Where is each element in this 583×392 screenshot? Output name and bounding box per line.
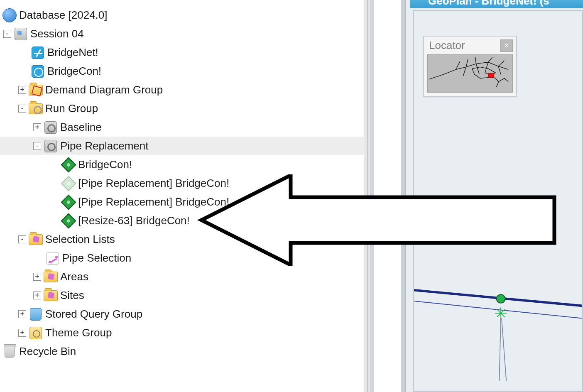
sim-icon (61, 158, 76, 172)
geoplan-title: GeoPlan - BridgeNet! (s (428, 0, 549, 7)
network-icon (31, 46, 45, 60)
tree-item-resize-63[interactable]: [Resize-63] BridgeCon! (0, 211, 367, 230)
folder-icon (29, 233, 43, 247)
sim-icon (61, 214, 76, 228)
expand-toggle[interactable]: + (18, 329, 26, 337)
geoplan-viewport[interactable]: Locator × (413, 10, 583, 392)
database-icon (2, 8, 17, 22)
folder-icon (29, 102, 43, 116)
tree-label: Demand Diagram Group (45, 83, 163, 96)
tree-item-stored-query-group[interactable]: + Stored Query Group (0, 305, 367, 323)
tree-scrollbar[interactable] (364, 0, 367, 392)
geoplan-network-canvas (414, 11, 582, 391)
tree-label: Areas (60, 270, 88, 283)
tree-item-pr-bridgecon-pr1[interactable]: [Pipe Replacement] BridgeCon! (0, 174, 367, 193)
tree-label: Run Group (45, 102, 98, 115)
tree-root: Database [2024.0] - Session 04 BridgeNet… (0, 0, 367, 361)
svg-point-3 (497, 294, 505, 303)
tree-item-theme-group[interactable]: + Theme Group (0, 323, 367, 342)
tree-label: [Resize-63] BridgeCon! (78, 214, 190, 227)
collapse-toggle[interactable]: - (3, 30, 11, 38)
tree-item-selection-lists[interactable]: - Selection Lists (0, 230, 367, 249)
collapse-toggle[interactable]: - (18, 235, 26, 243)
folder-icon (44, 289, 58, 303)
tree-item-pr-bridgecon-pr2[interactable]: [Pipe Replacement] BridgeCon! (0, 193, 367, 211)
clock-icon (31, 64, 45, 78)
sim-icon (61, 195, 76, 209)
tree-label: Database [2024.0] (19, 9, 108, 22)
expand-toggle[interactable]: + (33, 273, 41, 281)
tree-item-pr-bridgecon[interactable]: BridgeCon! (0, 155, 367, 174)
tree-label: BridgeCon! (47, 65, 101, 78)
tree-label: BridgeCon! (78, 158, 132, 171)
panel-splitter[interactable] (367, 0, 406, 392)
tree-label: Session 04 (30, 27, 84, 40)
tree-label: Sites (60, 289, 84, 302)
theme-icon (29, 326, 43, 340)
expand-toggle[interactable]: + (33, 292, 41, 299)
expand-toggle[interactable]: + (18, 310, 26, 318)
geoplan-panel: GeoPlan - BridgeNet! (s Locator × (406, 0, 583, 392)
tree-item-database[interactable]: Database [2024.0] (0, 6, 367, 24)
tree-item-session[interactable]: - Session 04 (0, 24, 367, 43)
tree-label: Theme Group (45, 326, 112, 339)
tree-label: Pipe Selection (62, 252, 131, 265)
stored-query-icon (29, 307, 43, 321)
tree-item-bridgecon[interactable]: BridgeCon! (0, 62, 367, 81)
folder-icon (29, 83, 43, 97)
tree-item-baseline[interactable]: + Baseline (0, 118, 367, 137)
tree-label: BridgeNet! (47, 46, 98, 59)
session-icon (14, 27, 28, 41)
collapse-toggle[interactable]: - (33, 142, 41, 150)
tree-item-bridgenet[interactable]: BridgeNet! (0, 43, 367, 62)
tree-item-pipe-selection[interactable]: Pipe Selection (0, 249, 367, 267)
sim-ghost-icon (61, 176, 76, 191)
geoplan-titlebar: GeoPlan - BridgeNet! (s (410, 0, 583, 8)
tree-label: Pipe Replacement (60, 140, 148, 152)
expand-toggle[interactable]: + (18, 86, 26, 94)
recycle-bin-icon (2, 345, 17, 359)
expand-toggle[interactable]: + (33, 123, 41, 131)
workspace: Database [2024.0] - Session 04 BridgeNet… (0, 0, 583, 392)
tree-item-sites[interactable]: + Sites (0, 286, 367, 305)
run-icon (44, 139, 58, 153)
folder-icon (44, 270, 58, 284)
tree-label: Baseline (60, 121, 102, 134)
svg-line-9 (502, 318, 506, 381)
tree-label: [Pipe Replacement] BridgeCon! (78, 177, 229, 190)
tree-label: Stored Query Group (45, 308, 142, 321)
tree-item-areas[interactable]: + Areas (0, 267, 367, 286)
tree-item-pipe-replacement[interactable]: - Pipe Replacement (0, 137, 367, 155)
pipe-selection-icon (46, 251, 60, 265)
svg-line-8 (499, 318, 501, 381)
database-tree-panel: Database [2024.0] - Session 04 BridgeNet… (0, 0, 367, 392)
collapse-toggle[interactable]: - (18, 105, 26, 113)
tree-item-recycle-bin[interactable]: Recycle Bin (0, 342, 367, 361)
tree-item-demand-group[interactable]: + Demand Diagram Group (0, 81, 367, 99)
tree-item-run-group[interactable]: - Run Group (0, 99, 367, 118)
tree-label: [Pipe Replacement] BridgeCon! (78, 196, 229, 208)
run-icon (44, 120, 58, 135)
tree-label: Recycle Bin (19, 345, 76, 358)
tree-label: Selection Lists (45, 233, 115, 246)
